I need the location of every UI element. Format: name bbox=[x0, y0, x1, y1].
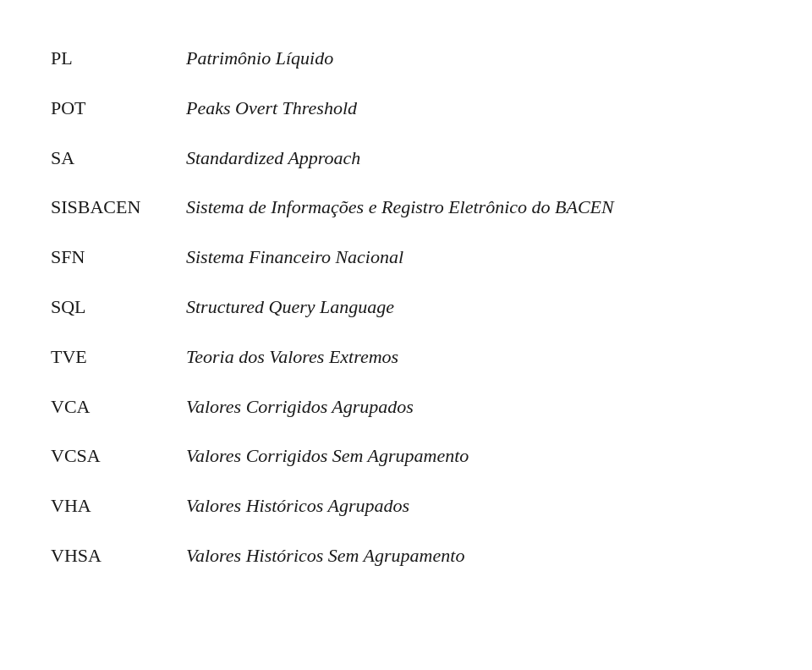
abbreviation-cell: VHSA bbox=[51, 531, 186, 581]
glossary-table: PLPatrimônio LíquidoPOTPeaks Overt Thres… bbox=[51, 34, 761, 581]
definition-cell: Peaks Overt Threshold bbox=[186, 84, 761, 134]
definition-cell: Valores Históricos Sem Agrupamento bbox=[186, 531, 761, 581]
abbreviation-cell: SA bbox=[51, 134, 186, 184]
definition-cell: Sistema de Informações e Registro Eletrô… bbox=[186, 183, 761, 233]
abbreviation-cell: PL bbox=[51, 34, 186, 84]
abbreviation-cell: POT bbox=[51, 84, 186, 134]
table-row: SISBACENSistema de Informações e Registr… bbox=[51, 183, 761, 233]
definition-cell: Sistema Financeiro Nacional bbox=[186, 233, 761, 283]
definition-cell: Teoria dos Valores Extremos bbox=[186, 332, 761, 382]
table-row: PLPatrimônio Líquido bbox=[51, 34, 761, 84]
table-row: VCSAValores Corrigidos Sem Agrupamento bbox=[51, 431, 761, 481]
abbreviation-cell: VHA bbox=[51, 481, 186, 531]
table-row: SAStandardized Approach bbox=[51, 134, 761, 184]
abbreviation-cell: VCA bbox=[51, 382, 186, 432]
abbreviation-cell: SFN bbox=[51, 233, 186, 283]
definition-cell: Structured Query Language bbox=[186, 283, 761, 332]
table-row: TVETeoria dos Valores Extremos bbox=[51, 332, 761, 382]
definition-cell: Standardized Approach bbox=[186, 134, 761, 184]
table-row: VHAValores Históricos Agrupados bbox=[51, 481, 761, 531]
definition-cell: Valores Históricos Agrupados bbox=[186, 481, 761, 531]
definition-cell: Valores Corrigidos Agrupados bbox=[186, 382, 761, 432]
table-row: POTPeaks Overt Threshold bbox=[51, 84, 761, 134]
abbreviation-cell: SISBACEN bbox=[51, 183, 186, 233]
table-row: SQLStructured Query Language bbox=[51, 283, 761, 332]
table-row: SFNSistema Financeiro Nacional bbox=[51, 233, 761, 283]
table-row: VCAValores Corrigidos Agrupados bbox=[51, 382, 761, 432]
definition-cell: Patrimônio Líquido bbox=[186, 34, 761, 84]
table-row: VHSAValores Históricos Sem Agrupamento bbox=[51, 531, 761, 581]
abbreviation-cell: VCSA bbox=[51, 431, 186, 481]
abbreviation-cell: SQL bbox=[51, 283, 186, 332]
abbreviation-cell: TVE bbox=[51, 332, 186, 382]
definition-cell: Valores Corrigidos Sem Agrupamento bbox=[186, 431, 761, 481]
